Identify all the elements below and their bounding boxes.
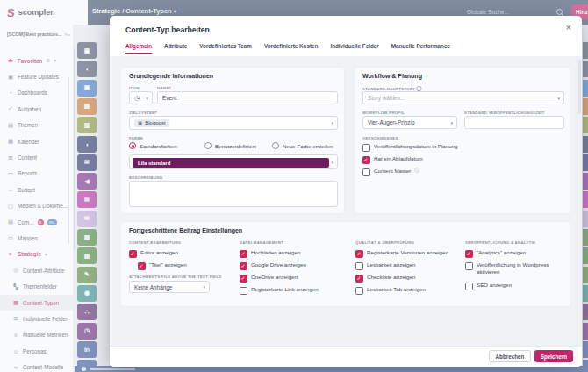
checkbox-icon xyxy=(362,168,370,176)
tab-attribute[interactable]: Attribute xyxy=(164,43,187,54)
checkbox-icon xyxy=(240,287,247,295)
section-heading: Fortgeschrittene Beitrag Einstellungen xyxy=(129,227,242,233)
checkbox-icon xyxy=(465,250,473,258)
checkbox-hochladen[interactable]: Hochladen anzeigen xyxy=(240,249,300,258)
checkbox-lesbarkeit[interactable]: Lesbarkeit anzeigen xyxy=(355,261,415,270)
checkbox-icon xyxy=(240,250,247,258)
col-datei-management-title: DATEI-MANAGEMENT xyxy=(240,240,283,245)
radio-icon xyxy=(129,142,136,149)
radio-standardfarben[interactable]: Standardfarben xyxy=(129,142,177,149)
beschreibung-textarea[interactable] xyxy=(129,181,338,207)
workflow-profil-select[interactable]: Vier-Augen-Prinzip ▾ xyxy=(362,116,457,129)
col-veroeffentlichung-title: VERÖFFENTLICHUNG & ANALYTIK xyxy=(465,240,535,245)
attachments-select[interactable]: Keine Anhänge ▾ xyxy=(129,281,210,293)
checkbox-lesbarkeit-tab[interactable]: Lesbarkeit Tab anzeigen xyxy=(355,286,426,295)
tab-manuelle-performance[interactable]: Manuelle Performance xyxy=(391,43,450,54)
color-select-pill: Lila standard xyxy=(133,158,329,168)
checkbox-editor-anzeigen[interactable]: Editor anzeigen xyxy=(129,249,178,258)
checkbox-icon xyxy=(362,144,370,152)
name-input[interactable] xyxy=(157,91,338,104)
close-icon[interactable]: × xyxy=(566,23,571,32)
checkbox-icon xyxy=(355,262,363,270)
farbe-label: FARBE xyxy=(129,136,143,140)
clock-icon: ◷ xyxy=(134,95,140,102)
radio-icon xyxy=(272,142,279,149)
checkbox-icon xyxy=(355,275,363,283)
edit-content-type-modal: Content-Typ bearbeiten × Allgemein Attri… xyxy=(110,16,582,367)
checkbox-checkliste[interactable]: Checkliste anzeigen xyxy=(355,274,415,283)
checkbox-icon xyxy=(138,262,146,270)
icon-select[interactable]: ◷ ▾ xyxy=(129,91,153,104)
section-fortgeschrittene-einstellungen: Fortgeschrittene Beitrag Einstellungen C… xyxy=(120,221,571,307)
info-icon: ⓘ xyxy=(414,168,419,174)
chevron-down-icon: ▾ xyxy=(331,160,333,165)
tab-individuelle-felder[interactable]: Individuelle Felder xyxy=(330,43,378,54)
checkbox-seo[interactable]: SEO anzeigen xyxy=(465,282,512,290)
checkbox-analytics[interactable]: "Analytics" anzeigen xyxy=(465,249,526,258)
radio-icon xyxy=(204,142,212,149)
verschiedenes-label: VERSCHIEDENES xyxy=(362,136,398,140)
checkbox-wordpress[interactable]: Veröffentlichung in Wordpress aktivieren xyxy=(465,261,569,276)
checkbox-google-drive[interactable]: Google Drive anzeigen xyxy=(240,261,306,270)
checkbox-content-master[interactable]: Content Master ⓘ xyxy=(362,168,419,176)
chevron-down-icon: ▾ xyxy=(450,120,453,125)
checkbox-icon xyxy=(355,250,363,258)
zielsystem-select[interactable]: ▣Blogpost ▾ xyxy=(129,116,338,130)
beschreibung-label: BESCHREIBUNG xyxy=(129,175,162,180)
attachments-label: ATTACHMENTS FILE ABOVE THE TEXT FIELD xyxy=(129,275,222,279)
tab-vordefiniertes-team[interactable]: Vordefiniertes Team xyxy=(199,43,252,54)
chevron-down-icon: ▾ xyxy=(146,96,148,101)
checkbox-titel-anzeigen[interactable]: "Titel" anzeigen xyxy=(138,261,187,270)
workflow-profil-label: WORKFLOW-PROFIL xyxy=(362,111,405,115)
checkbox-icon xyxy=(355,287,363,295)
zielsystem-chip: ▣Blogpost xyxy=(134,119,169,127)
modal-tabs: Allgemein Attribute Vordefiniertes Team … xyxy=(125,43,450,54)
chevron-down-icon: ▾ xyxy=(331,120,333,125)
publish-time-input[interactable] xyxy=(464,116,564,129)
name-label: NAME* xyxy=(157,86,171,90)
checkbox-icon xyxy=(240,275,247,283)
hauptstory-select[interactable]: Story wählen... ▾ xyxy=(362,91,564,104)
radio-neue-farbe[interactable]: Neue Farbe erstellen xyxy=(272,142,333,149)
color-select[interactable]: Lila standard ▾ xyxy=(129,154,338,169)
col-qualitaet-title: QUALITÄT & ÜBERPRÜFUNG xyxy=(355,240,414,245)
blogpost-icon: ▣ xyxy=(138,120,142,125)
checkbox-veroeffentlichungsdatum[interactable]: Veröffentlichungsdatum in Planung xyxy=(362,143,458,152)
section-workflow-planung: Workflow & Planung STANDARD-HAUPTSTORY ⓘ… xyxy=(354,67,571,214)
checkbox-icon xyxy=(362,156,370,164)
section-grundlegende-informationen: Grundlegende Informationen ICON NAME* ◷ … xyxy=(120,67,345,214)
modal-footer: Abbrechen Speichern xyxy=(110,346,582,367)
modal-body: Grundlegende Informationen ICON NAME* ◷ … xyxy=(110,56,582,347)
save-button[interactable]: Speichern xyxy=(534,350,573,362)
checkbox-icon xyxy=(240,262,247,270)
section-heading: Workflow & Planung xyxy=(362,73,422,79)
checkbox-onedrive[interactable]: OneDrive anzeigen xyxy=(240,274,298,283)
zielsystem-label: ZIELSYSTEM* xyxy=(129,111,157,115)
checkbox-icon xyxy=(465,283,473,290)
icon-label: ICON xyxy=(129,86,140,90)
modal-scrollbar[interactable] xyxy=(578,60,581,114)
publish-time-label: STANDARD VERÖFFENTLICHUNGSZEIT xyxy=(464,111,545,115)
radio-benutzerdefiniert[interactable]: Benutzerdefiniert xyxy=(204,142,256,149)
section-heading: Grundlegende Informationen xyxy=(129,73,213,79)
tab-vordefinierte-kosten[interactable]: Vordefinierte Kosten xyxy=(264,43,318,54)
checkbox-registerkarte-versionen[interactable]: Registerkarte Versionen anzeigen xyxy=(355,249,448,258)
cancel-button[interactable]: Abbrechen xyxy=(489,350,531,362)
chevron-down-icon: ▾ xyxy=(557,96,560,101)
modal-title: Content-Typ bearbeiten xyxy=(125,25,210,34)
checkbox-icon xyxy=(129,250,137,258)
col-content-bearbeitung-title: CONTENT-BEARBEITUNG xyxy=(129,240,181,245)
tab-allgemein[interactable]: Allgemein xyxy=(125,43,152,54)
screen: Strategie / Content-Typen▾ Hinzu S scomp… xyxy=(0,0,588,372)
checkbox-registerkarte-link[interactable]: Registerkarte Link anzeigen xyxy=(240,286,319,295)
checkbox-ablaufdatum[interactable]: Hat ein Ablaufdatum xyxy=(362,155,423,164)
chevron-down-icon: ▾ xyxy=(203,284,205,290)
checkbox-icon xyxy=(465,262,473,270)
